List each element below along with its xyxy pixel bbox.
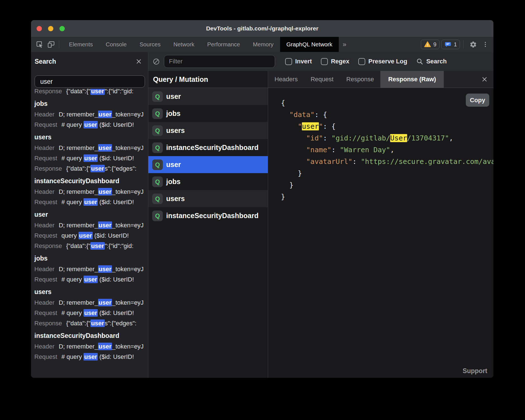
result-line-label: Request [34,199,57,206]
result-line-response[interactable]: Response{"data":{"users":{"edges": [34,164,148,173]
query-row-users[interactable]: Qusers [148,122,268,139]
json-token: : { [314,111,327,119]
message-icon [444,41,452,48]
result-section-users: usersHeaderD; remember_user_token=eyJReq… [34,133,148,173]
result-line-header[interactable]: HeaderD; remember_user_token=eyJ [34,110,148,118]
search-input[interactable] [35,75,145,88]
result-text: _token=eyJ [112,299,144,306]
json-token: { [281,99,285,107]
result-section-title[interactable]: jobs [34,99,148,108]
result-section-title[interactable]: user [34,210,148,219]
messages-badge[interactable]: 1 [441,40,460,49]
result-line-header[interactable]: HeaderD; remember_user_token=eyJ [34,265,148,273]
result-line-header[interactable]: HeaderD; remember_user_token=eyJ [34,299,148,307]
result-text: ($id: UserID! [93,232,129,239]
tab-request[interactable]: Request [304,71,340,88]
result-line-header[interactable]: HeaderD; remember_user_token=eyJ [34,188,148,196]
tab-performance[interactable]: Performance [201,37,246,52]
result-line-label: Header [34,343,54,350]
result-section-title[interactable]: instanceSecurityDashboard [34,177,148,185]
close-search-icon[interactable] [136,58,142,65]
result-line-header[interactable]: HeaderD; remember_user_token=eyJ [34,221,148,229]
tab-elements[interactable]: Elements [63,37,99,52]
query-row-instancesecuritydashboard[interactable]: QinstanceSecurityDashboard [148,207,268,224]
json-token: : [331,146,340,154]
more-tabs-chevron-icon[interactable]: » [343,40,346,48]
result-section-title[interactable]: instanceSecurityDashboard [34,331,148,340]
result-line-request[interactable]: Request# query user ($id: UserID! [34,309,148,317]
json-token: "id" [306,134,323,142]
result-line-request[interactable]: Request# query user ($id: UserID! [34,198,148,206]
result-text: ($id: UserID! [98,276,134,283]
result-line-request[interactable]: Requestquery user ($id: UserID! [34,232,148,240]
result-line-response[interactable]: Response{"data":{"user":{"id":"gid: [34,89,148,95]
checkbox-invert[interactable]: Invert [285,58,312,65]
network-search-toggle[interactable]: Search [416,58,447,65]
result-text: # query [61,276,84,283]
devtools-tabbar: ElementsConsoleSourcesNetworkPerformance… [31,37,493,52]
match-highlight: user [98,299,112,306]
result-text: # query [61,121,84,128]
search-panel-header: Search [31,52,148,71]
device-toolbar-icon[interactable] [47,40,56,49]
tab-response[interactable]: Response [340,71,380,88]
filter-input[interactable] [164,55,275,68]
json-token [281,146,306,154]
tab-console[interactable]: Console [99,37,133,52]
json-token: : { [323,122,336,130]
result-line-request[interactable]: Request# query user ($id: UserID! [34,121,148,129]
result-line-label: Header [34,222,54,229]
result-line-label: Header [34,299,54,306]
result-text: ($id: UserID! [98,353,134,360]
tab-headers[interactable]: Headers [268,71,304,88]
result-text: ($id: UserID! [98,155,134,162]
query-row-label: instanceSecurityDashboard [166,212,259,220]
filter-toolbar: InvertRegexPreserve Log Search [148,52,493,71]
query-row-user[interactable]: Quser [148,156,268,173]
result-section-title[interactable]: jobs [34,254,148,263]
tab-memory[interactable]: Memory [246,37,280,52]
block-requests-icon[interactable] [152,58,160,65]
copy-button[interactable]: Copy [466,94,489,107]
query-row-user[interactable]: Quser [148,88,268,105]
match-highlight: user [90,165,104,172]
result-text: _token=eyJ [112,266,144,273]
warnings-badge[interactable]: 9 [421,40,440,49]
match-highlight: user [98,265,112,273]
tab-response-raw[interactable]: Response (Raw) [380,71,444,88]
result-line-request[interactable]: Request# query user ($id: UserID! [34,353,148,361]
settings-gear-icon[interactable] [469,41,477,48]
result-section-title[interactable]: users [34,288,148,296]
query-row-jobs[interactable]: Qjobs [148,105,268,122]
result-line-header[interactable]: HeaderD; remember_user_token=eyJ [34,342,148,350]
result-section-title[interactable]: users [34,133,148,142]
result-line-response[interactable]: Response{"data":{"user":{"id":"gid: [34,242,148,250]
json-token: , [390,146,394,154]
query-type-icon: Q [152,176,163,187]
query-row-jobs[interactable]: Qjobs [148,173,268,190]
result-text: # query [61,199,84,206]
result-line-header[interactable]: HeaderD; remember_user_token=eyJ [34,144,148,152]
match-highlight: user [90,319,104,327]
result-line-response[interactable]: Response{"data":{"users":{"edges": [34,319,148,327]
result-text: ($id: UserID! [98,199,134,206]
result-text: D; remember_ [59,299,98,306]
checkbox-regex[interactable]: Regex [321,58,349,65]
query-row-instancesecuritydashboard[interactable]: QinstanceSecurityDashboard [148,139,268,156]
match-highlight: user [98,111,112,118]
support-link[interactable]: Support [463,367,487,375]
result-text: # query [61,309,84,316]
tab-graphql-network[interactable]: GraphQL Network [280,37,339,52]
close-detail-icon[interactable] [481,76,488,82]
result-line-request[interactable]: Request# query user ($id: UserID! [34,154,148,162]
kebab-menu-icon[interactable] [482,41,489,48]
tab-sources[interactable]: Sources [133,37,167,52]
checkbox-preserve-log[interactable]: Preserve Log [358,58,407,65]
result-line-request[interactable]: Request# query user ($id: UserID! [34,275,148,283]
inspect-element-icon[interactable] [35,40,44,49]
json-token [281,122,298,130]
json-token [281,134,306,142]
query-row-users[interactable]: Qusers [148,190,268,207]
match-highlight: user [83,353,97,361]
tab-network[interactable]: Network [167,37,201,52]
